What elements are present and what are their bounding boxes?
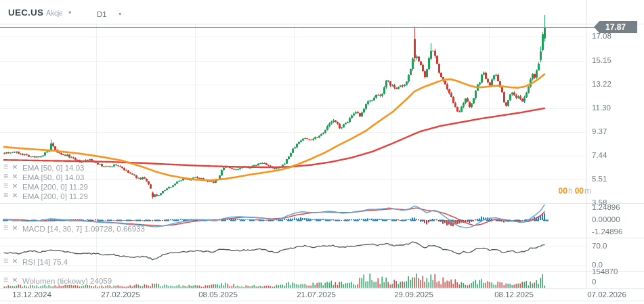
- countdown-minutes-unit: m: [584, 186, 591, 196]
- indicator-remove-icon[interactable]: ✕: [12, 191, 20, 200]
- symbol-name: UEC.US: [8, 7, 43, 18]
- indicator-remove-icon[interactable]: ✕: [12, 223, 20, 232]
- timeframe-label: D1: [97, 10, 107, 18]
- indicator-label: EMA [200, 0] 11.29: [22, 183, 88, 191]
- countdown-minutes: 00: [575, 186, 584, 196]
- indicator-remove-icon[interactable]: ✕: [12, 162, 20, 171]
- volume-tick-label: 154870: [592, 267, 618, 276]
- price-tick-label: 13.22: [592, 80, 611, 88]
- date-tick-label: 29.09.2025: [394, 290, 433, 299]
- chart-header: UEC.USAkcje▼ D1▼: [0, 0, 644, 24]
- indicator-legend-ema50-1: ≡✕EMA [50, 0] 14.03: [3, 162, 84, 172]
- indicator-settings-icon[interactable]: ≡: [3, 162, 11, 171]
- symbol-selector[interactable]: UEC.USAkcje▼: [8, 6, 72, 18]
- indicator-settings-icon[interactable]: ≡: [3, 181, 11, 190]
- current-price-tag: 17.87: [594, 21, 637, 33]
- indicator-label: EMA [200, 0] 11.29: [22, 192, 88, 200]
- indicator-label: MACD [14, 30, 7] 1.09728, 0.66933: [22, 225, 145, 233]
- indicator-settings-icon[interactable]: ≡: [3, 191, 11, 200]
- indicator-remove-icon[interactable]: ✕: [12, 181, 20, 190]
- macd-tick-label: -1.24896: [592, 227, 622, 236]
- indicator-remove-icon[interactable]: ✕: [12, 172, 20, 181]
- date-tick-label: 13.12.2024: [12, 290, 51, 299]
- chart-canvas[interactable]: [0, 0, 644, 304]
- indicator-settings-icon[interactable]: ≡: [3, 172, 11, 181]
- timeframe-selector[interactable]: D1▼: [97, 7, 123, 20]
- bar-close-countdown: 00h00m: [554, 186, 593, 196]
- indicator-legend-macd: ≡✕MACD [14, 30, 7] 1.09728, 0.66933: [3, 223, 145, 233]
- price-tick-label: 15.15: [592, 56, 611, 64]
- volume-tick-label: 0: [592, 278, 596, 286]
- indicator-label: Wolumen (tickowy) 24059: [22, 277, 112, 285]
- rsi-tick-label: 70.0: [592, 242, 607, 250]
- price-tick-label: 5.51: [592, 175, 607, 183]
- price-tick-label: 9.37: [592, 127, 607, 135]
- indicator-legend-rsi: ≡✕RSI [14] 75.4: [3, 257, 68, 266]
- date-tick-label: 21.07.2025: [297, 290, 336, 299]
- chevron-down-icon: ▼: [118, 12, 123, 16]
- symbol-market-label: Akcje: [46, 9, 62, 17]
- indicator-legend-ema200-2: ≡✕EMA [200, 0] 11.29: [3, 191, 88, 200]
- indicator-settings-icon[interactable]: ≡: [3, 223, 11, 232]
- macd-tick-label: 1.24896: [592, 203, 620, 211]
- date-tick-label: 27.02.2025: [101, 290, 140, 299]
- date-tick-label: 08.12.2025: [494, 290, 534, 299]
- indicator-remove-icon[interactable]: ✕: [12, 276, 20, 284]
- countdown-hours-unit: h: [568, 186, 573, 196]
- chevron-down-icon: ▼: [68, 10, 72, 15]
- indicator-remove-icon[interactable]: ✕: [12, 257, 20, 265]
- price-tick-label: 7.44: [592, 151, 607, 159]
- indicator-label: EMA [50, 0] 14.03: [22, 164, 84, 172]
- indicator-legend-volume: ≡✕Wolumen (tickowy) 24059: [3, 276, 112, 285]
- indicator-legend-ema50-2: ≡✕EMA [50, 0] 14.03: [3, 172, 84, 181]
- trading-chart-window: UEC.USAkcje▼ D1▼ ≡✕EMA [50, 0] 14.03 ≡✕E…: [0, 0, 644, 304]
- macd-tick-label: 0.00000: [592, 215, 620, 223]
- date-tick-label: 08.05.2025: [198, 290, 238, 299]
- price-tick-label: 17.08: [592, 32, 611, 40]
- price-tick-label: 11.30: [592, 104, 611, 112]
- date-tick-label: 07.02.2026: [587, 290, 626, 299]
- indicator-legend-ema200-1: ≡✕EMA [200, 0] 11.29: [3, 181, 88, 191]
- indicator-label: EMA [50, 0] 14.03: [22, 173, 84, 181]
- indicator-label: RSI [14] 75.4: [22, 258, 68, 266]
- countdown-hours: 00: [559, 186, 567, 196]
- indicator-settings-icon[interactable]: ≡: [3, 257, 11, 265]
- indicator-settings-icon[interactable]: ≡: [3, 276, 11, 284]
